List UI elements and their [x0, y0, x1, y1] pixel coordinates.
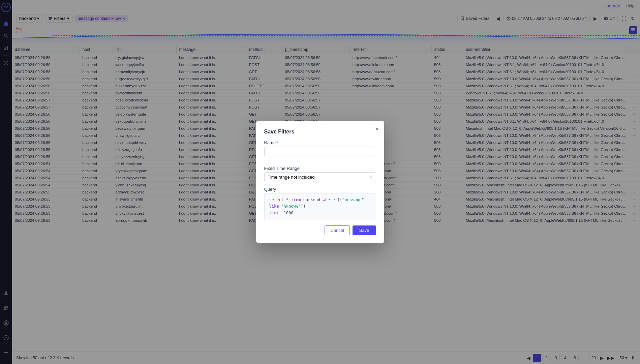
modal-close-button[interactable]: ×	[375, 126, 379, 132]
time-range-field-group: Fixed Time Range Time range not included…	[264, 166, 376, 182]
name-field-group: Name*	[264, 140, 376, 161]
save-button[interactable]: Save	[353, 225, 376, 235]
modal-actions: Cancel Save	[264, 225, 376, 235]
query-keyword-where: where	[323, 198, 335, 202]
query-display: select * from backend where (("message" …	[264, 193, 376, 220]
modal-title: Save Filters	[264, 129, 376, 135]
fixed-time-range-label: Fixed Time Range	[264, 166, 376, 171]
cancel-button[interactable]: Cancel	[325, 225, 349, 235]
query-label: Query	[264, 187, 376, 192]
save-filters-modal: Save Filters × Name* Fixed Time Range Ti…	[256, 121, 384, 243]
name-input[interactable]	[264, 147, 376, 156]
time-range-select-wrapper: Time range not included ⇅	[264, 172, 376, 182]
query-string-message: "message"	[342, 198, 364, 202]
query-keyword-limit: limit	[269, 211, 281, 215]
time-range-select[interactable]: Time range not included	[265, 173, 376, 182]
modal-overlay[interactable]: Save Filters × Name* Fixed Time Range Ti…	[0, 0, 640, 364]
query-field-group: Query select * from backend where (("mes…	[264, 187, 376, 220]
name-label: Name*	[264, 140, 376, 145]
query-string-pattern: '%know%'	[281, 204, 301, 209]
query-keyword-like: like	[269, 204, 279, 209]
query-keyword-select: select	[269, 198, 284, 202]
query-keyword-from: from	[291, 198, 301, 202]
